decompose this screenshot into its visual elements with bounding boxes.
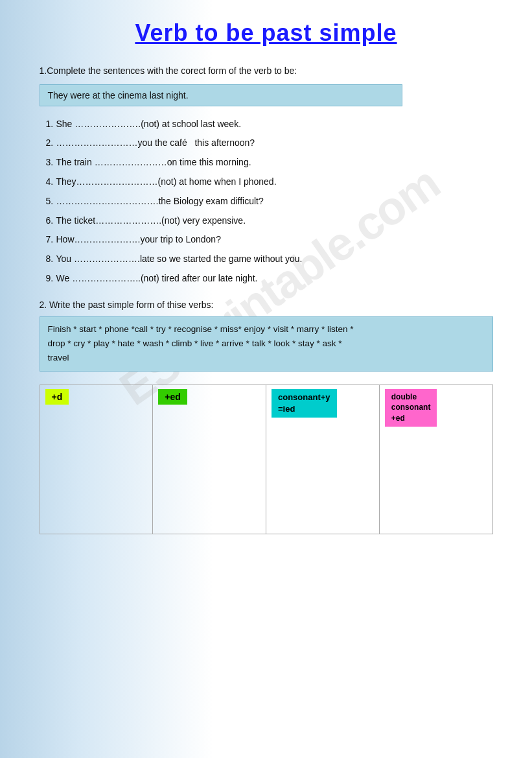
sentence-text: The ticket………………….(not) very expensive. [56, 215, 246, 226]
word-table: +d +ed consonant+y=ied doubleconsonant+e… [40, 385, 493, 534]
title-text: Verb to be past simple [135, 19, 397, 47]
verbs-line2: drop * cry * play * hate * wash * climb … [48, 338, 342, 348]
list-item: 2. ………………………you the café this afternoon? [46, 136, 493, 151]
list-item: 3. The train ……………………on time this mornin… [46, 155, 493, 171]
sentence-text: How………………….your trip to London? [56, 234, 221, 244]
list-item: 8. You ………………….late so we started the ga… [46, 252, 493, 267]
list-item: 9. We …………………..(not) tired after our lat… [46, 271, 493, 287]
section1: 1.Complete the sentences with the corect… [40, 65, 493, 287]
tag-ied: consonant+y=ied [272, 389, 337, 418]
example-text: They were at the cinema last night. [48, 90, 189, 101]
sentence-num: 4. [46, 174, 54, 190]
sentence-num: 8. [46, 252, 54, 267]
sentence-num: 2. [46, 136, 54, 151]
list-item: 7. How………………….your trip to London? [46, 232, 493, 248]
section2: 2. Write the past simple form of thise v… [40, 300, 493, 372]
sentence-text: You ………………….late so we started the game … [56, 254, 303, 264]
table-col4: doubleconsonant+ed [379, 385, 492, 534]
section2-label: 2. Write the past simple form of thise v… [40, 300, 493, 310]
sentences-list: 1. She ………………….(not) at school last week… [40, 117, 493, 287]
table-col3: consonant+y=ied [266, 385, 380, 534]
table-col1: +d [40, 385, 153, 534]
verbs-line3: travel [48, 353, 69, 362]
sentence-num: 7. [46, 232, 54, 248]
tag-double: doubleconsonant+ed [385, 389, 437, 427]
verbs-box: Finish * start * phone *call * try * rec… [40, 316, 493, 372]
sentence-text: We …………………..(not) tired after our late n… [56, 273, 258, 283]
table-col2: +ed [153, 385, 266, 534]
sentence-text: The train ……………………on time this morning. [56, 157, 251, 167]
sentence-num: 9. [46, 271, 54, 287]
sentence-num: 5. [46, 194, 54, 209]
sentence-text: She ………………….(not) at school last week. [56, 119, 242, 129]
tag-ed: +ed [158, 389, 187, 405]
list-item: 6. The ticket………………….(not) very expensiv… [46, 213, 493, 229]
list-item: 5. …………………………….the Biology exam difficul… [46, 194, 493, 209]
sentence-num: 3. [46, 155, 54, 171]
example-box: They were at the cinema last night. [40, 84, 402, 106]
sentence-text: They………………………(not) at home when I phoned… [56, 176, 277, 187]
section1-label: 1.Complete the sentences with the corect… [40, 65, 493, 78]
sentence-text: ………………………you the café this afternoon? [56, 137, 255, 148]
sentence-num: 6. [46, 213, 54, 229]
page-title: Verb to be past simple [40, 19, 493, 47]
sentence-num: 1. [46, 117, 54, 132]
sentence-text: …………………………….the Biology exam difficult? [56, 196, 264, 206]
list-item: 1. She ………………….(not) at school last week… [46, 117, 493, 132]
list-item: 4. They………………………(not) at home when I pho… [46, 174, 493, 190]
verbs-line1: Finish * start * phone *call * try * rec… [48, 324, 354, 334]
tag-d: +d [45, 389, 69, 405]
